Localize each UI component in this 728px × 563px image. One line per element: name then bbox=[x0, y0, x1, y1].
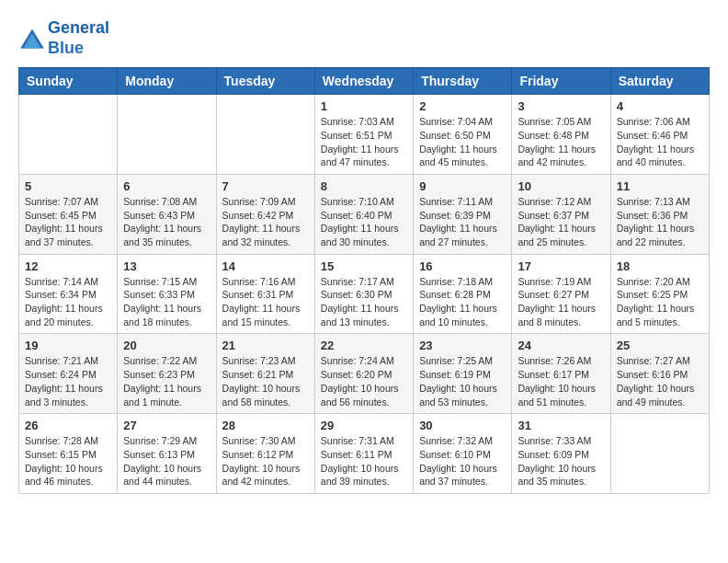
calendar-cell: 20Sunrise: 7:22 AM Sunset: 6:23 PM Dayli… bbox=[118, 334, 216, 414]
day-number: 6 bbox=[123, 179, 210, 193]
calendar-week-1: 1Sunrise: 7:03 AM Sunset: 6:51 PM Daylig… bbox=[19, 95, 710, 175]
day-number: 25 bbox=[617, 339, 703, 352]
day-info: Sunrise: 7:07 AM Sunset: 6:45 PM Dayligh… bbox=[25, 195, 111, 249]
calendar-cell: 5Sunrise: 7:07 AM Sunset: 6:45 PM Daylig… bbox=[19, 174, 118, 254]
day-info: Sunrise: 7:13 AM Sunset: 6:36 PM Dayligh… bbox=[617, 195, 703, 249]
calendar-cell: 9Sunrise: 7:11 AM Sunset: 6:39 PM Daylig… bbox=[414, 174, 512, 254]
day-info: Sunrise: 7:31 AM Sunset: 6:11 PM Dayligh… bbox=[321, 434, 407, 488]
day-info: Sunrise: 7:28 AM Sunset: 6:15 PM Dayligh… bbox=[25, 434, 111, 488]
day-number: 23 bbox=[419, 339, 506, 352]
day-number: 28 bbox=[222, 419, 309, 432]
calendar-cell: 25Sunrise: 7:27 AM Sunset: 6:16 PM Dayli… bbox=[610, 334, 709, 414]
day-info: Sunrise: 7:19 AM Sunset: 6:27 PM Dayligh… bbox=[518, 275, 604, 329]
weekday-header-thursday: Thursday bbox=[414, 68, 512, 95]
day-number: 21 bbox=[222, 339, 309, 352]
day-info: Sunrise: 7:21 AM Sunset: 6:24 PM Dayligh… bbox=[25, 354, 111, 408]
day-number: 22 bbox=[321, 339, 407, 352]
calendar-cell: 2Sunrise: 7:04 AM Sunset: 6:50 PM Daylig… bbox=[414, 95, 512, 175]
calendar-cell: 8Sunrise: 7:10 AM Sunset: 6:40 PM Daylig… bbox=[314, 174, 413, 254]
calendar-week-4: 19Sunrise: 7:21 AM Sunset: 6:24 PM Dayli… bbox=[19, 334, 710, 414]
day-number: 26 bbox=[25, 419, 111, 432]
day-number: 9 bbox=[419, 179, 506, 193]
weekday-header-monday: Monday bbox=[118, 68, 216, 95]
day-info: Sunrise: 7:03 AM Sunset: 6:51 PM Dayligh… bbox=[321, 115, 407, 169]
day-info: Sunrise: 7:08 AM Sunset: 6:43 PM Dayligh… bbox=[123, 195, 210, 249]
day-info: Sunrise: 7:24 AM Sunset: 6:20 PM Dayligh… bbox=[321, 354, 407, 408]
calendar-cell: 24Sunrise: 7:26 AM Sunset: 6:17 PM Dayli… bbox=[512, 334, 610, 414]
calendar-cell: 31Sunrise: 7:33 AM Sunset: 6:09 PM Dayli… bbox=[512, 414, 610, 494]
day-number: 13 bbox=[123, 259, 210, 273]
weekday-header-tuesday: Tuesday bbox=[216, 68, 314, 95]
day-info: Sunrise: 7:33 AM Sunset: 6:09 PM Dayligh… bbox=[518, 434, 604, 488]
day-number: 24 bbox=[518, 339, 604, 352]
day-number: 15 bbox=[321, 259, 407, 273]
day-number: 5 bbox=[25, 179, 111, 193]
calendar-cell: 26Sunrise: 7:28 AM Sunset: 6:15 PM Dayli… bbox=[19, 414, 118, 494]
calendar-cell: 22Sunrise: 7:24 AM Sunset: 6:20 PM Dayli… bbox=[314, 334, 413, 414]
day-number: 20 bbox=[123, 339, 210, 352]
day-number: 8 bbox=[321, 179, 407, 193]
day-info: Sunrise: 7:32 AM Sunset: 6:10 PM Dayligh… bbox=[419, 434, 506, 488]
calendar-week-5: 26Sunrise: 7:28 AM Sunset: 6:15 PM Dayli… bbox=[19, 414, 710, 494]
day-number: 4 bbox=[617, 99, 703, 113]
calendar-table: SundayMondayTuesdayWednesdayThursdayFrid… bbox=[18, 67, 710, 494]
calendar-cell: 10Sunrise: 7:12 AM Sunset: 6:37 PM Dayli… bbox=[512, 174, 610, 254]
day-info: Sunrise: 7:29 AM Sunset: 6:13 PM Dayligh… bbox=[123, 434, 210, 488]
day-number: 16 bbox=[419, 259, 506, 273]
day-info: Sunrise: 7:20 AM Sunset: 6:25 PM Dayligh… bbox=[617, 275, 703, 329]
day-info: Sunrise: 7:26 AM Sunset: 6:17 PM Dayligh… bbox=[518, 354, 604, 408]
day-number: 10 bbox=[518, 179, 604, 193]
logo: General Blue bbox=[18, 18, 109, 58]
day-number: 18 bbox=[617, 259, 703, 273]
calendar-cell: 12Sunrise: 7:14 AM Sunset: 6:34 PM Dayli… bbox=[19, 254, 118, 334]
calendar-cell: 29Sunrise: 7:31 AM Sunset: 6:11 PM Dayli… bbox=[314, 414, 413, 494]
calendar-cell: 21Sunrise: 7:23 AM Sunset: 6:21 PM Dayli… bbox=[216, 334, 314, 414]
day-info: Sunrise: 7:27 AM Sunset: 6:16 PM Dayligh… bbox=[617, 354, 703, 408]
calendar-cell: 23Sunrise: 7:25 AM Sunset: 6:19 PM Dayli… bbox=[414, 334, 512, 414]
weekday-header-saturday: Saturday bbox=[610, 68, 709, 95]
calendar-week-3: 12Sunrise: 7:14 AM Sunset: 6:34 PM Dayli… bbox=[19, 254, 710, 334]
day-number: 31 bbox=[518, 419, 604, 432]
day-info: Sunrise: 7:30 AM Sunset: 6:12 PM Dayligh… bbox=[222, 434, 309, 488]
calendar-week-2: 5Sunrise: 7:07 AM Sunset: 6:45 PM Daylig… bbox=[19, 174, 710, 254]
calendar-cell: 13Sunrise: 7:15 AM Sunset: 6:33 PM Dayli… bbox=[118, 254, 216, 334]
day-info: Sunrise: 7:17 AM Sunset: 6:30 PM Dayligh… bbox=[321, 275, 407, 329]
day-number: 30 bbox=[419, 419, 506, 432]
day-number: 29 bbox=[321, 419, 407, 432]
weekday-header-friday: Friday bbox=[512, 68, 610, 95]
calendar-cell: 6Sunrise: 7:08 AM Sunset: 6:43 PM Daylig… bbox=[118, 174, 216, 254]
day-info: Sunrise: 7:11 AM Sunset: 6:39 PM Dayligh… bbox=[419, 195, 506, 249]
day-info: Sunrise: 7:04 AM Sunset: 6:50 PM Dayligh… bbox=[419, 115, 506, 169]
calendar-cell bbox=[118, 95, 216, 175]
calendar-cell: 27Sunrise: 7:29 AM Sunset: 6:13 PM Dayli… bbox=[118, 414, 216, 494]
day-info: Sunrise: 7:15 AM Sunset: 6:33 PM Dayligh… bbox=[123, 275, 210, 329]
day-number: 11 bbox=[617, 179, 703, 193]
day-number: 1 bbox=[321, 99, 407, 113]
page-header: General Blue bbox=[18, 18, 710, 58]
day-number: 27 bbox=[123, 419, 210, 432]
calendar-cell bbox=[216, 95, 314, 175]
day-number: 17 bbox=[518, 259, 604, 273]
day-number: 7 bbox=[222, 179, 309, 193]
day-info: Sunrise: 7:25 AM Sunset: 6:19 PM Dayligh… bbox=[419, 354, 506, 408]
calendar-cell: 19Sunrise: 7:21 AM Sunset: 6:24 PM Dayli… bbox=[19, 334, 118, 414]
calendar-cell: 7Sunrise: 7:09 AM Sunset: 6:42 PM Daylig… bbox=[216, 174, 314, 254]
logo-icon bbox=[18, 28, 46, 50]
day-info: Sunrise: 7:12 AM Sunset: 6:37 PM Dayligh… bbox=[518, 195, 604, 249]
calendar-cell bbox=[610, 414, 709, 494]
day-info: Sunrise: 7:22 AM Sunset: 6:23 PM Dayligh… bbox=[123, 354, 210, 408]
calendar-cell: 1Sunrise: 7:03 AM Sunset: 6:51 PM Daylig… bbox=[314, 95, 413, 175]
day-info: Sunrise: 7:09 AM Sunset: 6:42 PM Dayligh… bbox=[222, 195, 309, 249]
calendar-cell: 18Sunrise: 7:20 AM Sunset: 6:25 PM Dayli… bbox=[610, 254, 709, 334]
calendar-cell: 16Sunrise: 7:18 AM Sunset: 6:28 PM Dayli… bbox=[414, 254, 512, 334]
calendar-cell: 28Sunrise: 7:30 AM Sunset: 6:12 PM Dayli… bbox=[216, 414, 314, 494]
day-info: Sunrise: 7:23 AM Sunset: 6:21 PM Dayligh… bbox=[222, 354, 309, 408]
day-info: Sunrise: 7:14 AM Sunset: 6:34 PM Dayligh… bbox=[25, 275, 111, 329]
calendar-body: 1Sunrise: 7:03 AM Sunset: 6:51 PM Daylig… bbox=[19, 95, 710, 494]
day-number: 19 bbox=[25, 339, 111, 352]
day-info: Sunrise: 7:06 AM Sunset: 6:46 PM Dayligh… bbox=[617, 115, 703, 169]
weekday-header-sunday: Sunday bbox=[19, 68, 118, 95]
calendar-cell: 4Sunrise: 7:06 AM Sunset: 6:46 PM Daylig… bbox=[610, 95, 709, 175]
calendar-cell: 17Sunrise: 7:19 AM Sunset: 6:27 PM Dayli… bbox=[512, 254, 610, 334]
calendar-cell: 11Sunrise: 7:13 AM Sunset: 6:36 PM Dayli… bbox=[610, 174, 709, 254]
